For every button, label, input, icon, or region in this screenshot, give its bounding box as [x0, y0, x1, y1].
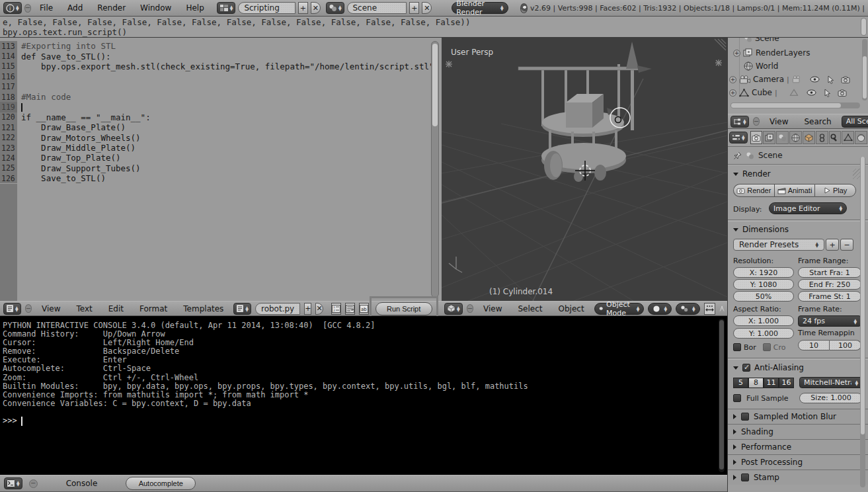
- tab-object-data[interactable]: [842, 131, 854, 144]
- editor-type-text-selector[interactable]: ▲▼: [3, 303, 21, 315]
- collapse-menus-button[interactable]: −: [467, 304, 473, 313]
- outliner-item-scene[interactable]: Scene: [744, 38, 779, 45]
- tab-object[interactable]: [803, 131, 815, 144]
- outliner-filter-dropdown[interactable]: All Scenes: [842, 116, 868, 128]
- anti-aliasing-checkbox[interactable]: [742, 364, 750, 372]
- open-toolbar-widget[interactable]: [446, 61, 452, 67]
- menu-file[interactable]: File: [34, 3, 59, 13]
- menu-search[interactable]: Search: [799, 117, 838, 126]
- editor-type-info-selector[interactable]: i ▲▼: [3, 2, 22, 14]
- frame-step-field[interactable]: Frame St: 1: [798, 291, 861, 302]
- menu-text[interactable]: Text: [71, 304, 99, 313]
- editor-type-console-selector[interactable]: ▲▼: [4, 477, 22, 489]
- line-numbers-toggle[interactable]: 12: [331, 303, 341, 315]
- tab-render-layers[interactable]: [763, 131, 775, 144]
- add-layout-button[interactable]: +: [298, 2, 308, 14]
- scene-name-field[interactable]: Scene: [347, 2, 407, 14]
- menu-view[interactable]: View: [477, 304, 508, 313]
- tab-modifiers[interactable]: [829, 131, 842, 144]
- pivot-point-dropdown[interactable]: ▲▼: [676, 303, 700, 315]
- remove-preset-button[interactable]: −: [840, 239, 853, 251]
- full-sample-checkbox[interactable]: [733, 394, 741, 402]
- text-name-field[interactable]: robot.py: [255, 303, 300, 315]
- aspect-x-field[interactable]: X: 1.000: [733, 315, 794, 326]
- aa-samples-11[interactable]: 11: [764, 378, 779, 388]
- expand-icon[interactable]: +: [733, 50, 740, 57]
- scrollbar-thumb[interactable]: [861, 19, 866, 35]
- renderability-camera-icon[interactable]: [838, 89, 847, 97]
- delete-scene-button[interactable]: ✕: [422, 2, 432, 14]
- aa-size-field[interactable]: Size: 1.000: [799, 393, 863, 403]
- add-preset-button[interactable]: +: [826, 239, 839, 251]
- panel-performance[interactable]: Performance: [728, 439, 868, 454]
- sampled-motion-blur-checkbox[interactable]: [741, 413, 749, 421]
- menu-object[interactable]: Object: [553, 304, 590, 313]
- aa-samples-5[interactable]: 5: [733, 378, 748, 388]
- display-dropdown[interactable]: Image Editor ▲▼: [769, 202, 847, 214]
- menu-add[interactable]: Add: [61, 3, 89, 13]
- bone-axis-icon[interactable]: [719, 304, 725, 314]
- tab-scene[interactable]: [776, 131, 789, 144]
- panel-shading[interactable]: Shading: [728, 424, 868, 439]
- selectability-cursor-icon[interactable]: [824, 89, 831, 97]
- outliner-area[interactable]: Scene + RenderLayers World + Camera |: [728, 38, 868, 114]
- remap-new-field[interactable]: 100: [830, 340, 861, 350]
- screen-layout-name-field[interactable]: Scripting: [238, 2, 295, 14]
- selectability-cursor-icon[interactable]: [827, 75, 834, 84]
- frame-end-field[interactable]: End Fr: 250: [798, 279, 861, 290]
- visibility-eye-icon[interactable]: [810, 76, 820, 83]
- resolution-y-field[interactable]: Y: 1080: [733, 279, 794, 290]
- renderability-camera-icon[interactable]: [841, 76, 850, 83]
- scrollbar-thumb[interactable]: [863, 56, 867, 99]
- menu-console[interactable]: Console: [60, 479, 104, 488]
- resolution-x-field[interactable]: X: 1920: [733, 267, 794, 278]
- crop-checkbox[interactable]: [763, 343, 771, 351]
- tab-constraints[interactable]: [816, 131, 828, 144]
- anti-aliasing-panel-header[interactable]: Anti-Aliasing: [728, 359, 868, 376]
- text-editor-scrollbar[interactable]: [431, 41, 439, 298]
- panel-post-processing[interactable]: Post Processing: [728, 454, 868, 470]
- autocomplete-button[interactable]: Autocomplete: [126, 477, 196, 490]
- expand-icon[interactable]: +: [729, 89, 736, 97]
- properties-scrollbar[interactable]: [860, 157, 865, 487]
- menu-format[interactable]: Format: [134, 304, 173, 313]
- console-scrollbar[interactable]: [719, 319, 725, 472]
- menu-view[interactable]: View: [36, 304, 66, 313]
- open-properties-widget[interactable]: [715, 60, 722, 66]
- unlink-text-button[interactable]: ✕: [315, 303, 323, 315]
- scrollbar-thumb[interactable]: [731, 103, 841, 108]
- collapse-menus-button[interactable]: −: [24, 4, 31, 13]
- aa-samples-16[interactable]: 16: [779, 378, 794, 388]
- menu-edit[interactable]: Edit: [102, 304, 130, 313]
- viewport-3d[interactable]: User Persp (1) Cylinder.014: [442, 38, 727, 301]
- visibility-eye-icon[interactable]: [807, 89, 816, 96]
- pin-icon[interactable]: [733, 151, 742, 160]
- menu-templates[interactable]: Templates: [177, 304, 229, 313]
- animation-button[interactable]: Animati: [774, 184, 815, 197]
- editor-type-outliner-selector[interactable]: ▲▼: [730, 116, 749, 128]
- collapse-menus-button[interactable]: −: [753, 117, 760, 126]
- syntax-highlight-toggle[interactable]: ab: [359, 303, 369, 315]
- frame-rate-dropdown[interactable]: 24 fps ▲▼: [798, 315, 861, 327]
- scrollbar-thumb[interactable]: [861, 157, 865, 434]
- text-datablock-selector[interactable]: ▲▼: [233, 303, 251, 315]
- tab-render[interactable]: [750, 131, 763, 144]
- stamp-checkbox[interactable]: [741, 473, 749, 481]
- expand-icon[interactable]: +: [729, 76, 736, 83]
- info-scrollbar[interactable]: [861, 18, 867, 36]
- collapse-menus-button[interactable]: −: [29, 479, 38, 488]
- aa-samples-8[interactable]: 8: [748, 378, 764, 388]
- screen-layout-selector[interactable]: ▲▼: [217, 2, 236, 14]
- aa-filter-dropdown[interactable]: Mitchell-Netra ▲▼: [799, 377, 863, 388]
- manipulator-toggle[interactable]: [704, 303, 715, 315]
- outliner-item-cube[interactable]: + Cube |: [729, 86, 867, 99]
- new-text-button[interactable]: +: [304, 303, 311, 315]
- panel-sampled-motion-blur[interactable]: Sampled Motion Blur: [728, 409, 868, 424]
- frame-start-field[interactable]: Start Fra: 1: [798, 267, 861, 278]
- outliner-item-world[interactable]: World: [744, 60, 778, 73]
- menu-select[interactable]: Select: [512, 304, 549, 313]
- remap-old-field[interactable]: 10: [798, 340, 830, 350]
- dimensions-panel-header[interactable]: Dimensions: [728, 221, 868, 237]
- resolution-percentage-field[interactable]: 50%: [733, 291, 794, 302]
- menu-window[interactable]: Window: [134, 3, 177, 13]
